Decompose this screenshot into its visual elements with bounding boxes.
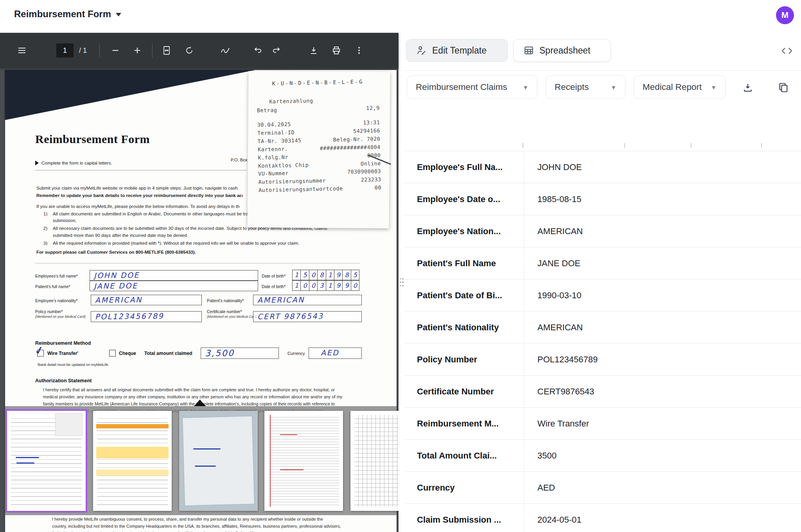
employee-name-field: JOHN DOE	[90, 270, 258, 281]
spreadsheet-button[interactable]: Spreadsheet	[513, 39, 611, 62]
download-icon[interactable]	[305, 42, 322, 59]
field-value[interactable]: AMERICAN	[524, 312, 801, 343]
zoom-out-icon[interactable]	[107, 42, 124, 59]
tab-label: Receipts	[555, 82, 589, 92]
field-value[interactable]: CERT9876543	[524, 376, 801, 407]
intro-line: Remember to update your bank details to …	[36, 193, 243, 198]
certificate-number-sublabel: (Mentioned on your Medical Card)	[207, 315, 258, 319]
form-instruction: Complete the form in capital letters.	[35, 161, 112, 165]
list-line: All the required information is provided…	[53, 241, 370, 245]
intro-line: If you are unable to access myMetLife, p…	[36, 204, 243, 209]
field-key: Claim Submission ...	[404, 504, 524, 532]
dob-digit-cell: 0	[300, 280, 309, 291]
employee-nationality-field: AMERICAN	[91, 295, 202, 305]
field-value[interactable]: 1985-08-15	[524, 183, 801, 215]
dob-digit-cell: 5	[351, 270, 359, 280]
cheque-label: Cheque	[119, 351, 136, 356]
authorization-section: Authorization Statement	[35, 378, 92, 383]
thumbnail-strip	[5, 406, 397, 515]
receipt-image: K-U-N-D-E-N-B-E-L-E-G Kartenzahlung Betr…	[248, 71, 390, 229]
table-row: Employee's Nation...AMERICAN	[404, 215, 801, 247]
zoom-in-icon[interactable]	[129, 42, 146, 59]
pdf-viewer: 1 / 1	[0, 33, 399, 532]
page-number-input[interactable]: 1	[56, 43, 74, 57]
certificate-number-field: CERT 9876543	[253, 311, 362, 322]
reimbursement-method-section: Reimbursement Method	[35, 340, 91, 346]
field-key: Patient's Date of Bi...	[404, 279, 524, 311]
copy-pages-button[interactable]	[774, 79, 792, 97]
fit-page-icon[interactable]	[158, 42, 175, 59]
chevron-down-icon	[116, 13, 121, 16]
pdf-toolbar: 1 / 1	[0, 33, 399, 68]
wire-transfer-label: Wire Transfer'	[47, 351, 78, 356]
panel-resize-handle[interactable]	[399, 270, 404, 295]
annotate-pen-icon[interactable]	[217, 42, 234, 59]
field-value[interactable]: POL123456789	[524, 344, 801, 375]
field-key: Employee's Nation...	[404, 215, 524, 247]
support-line: For support please call Customer Service…	[36, 250, 354, 254]
dob-digit-cell: 0	[309, 270, 318, 280]
rotate-icon[interactable]	[181, 42, 198, 59]
edit-template-button[interactable]: Edit Template	[406, 39, 508, 62]
code-view-button[interactable]	[778, 44, 796, 58]
table-row: Patient's NationalityAMERICAN	[404, 312, 801, 344]
table-row: Patient's Full NameJANE DOE	[404, 247, 801, 279]
bank-detail-footnote: 'Bank detail must be updated on myMetLif…	[37, 362, 108, 367]
photo-background	[5, 70, 255, 120]
extraction-panel: Edit Template Spreadsheet Reimbursement …	[404, 30, 801, 532]
spreadsheet-label: Spreadsheet	[539, 45, 590, 56]
undo-icon[interactable]	[249, 42, 266, 59]
field-key: Patient's Full Name	[404, 247, 524, 279]
redo-icon[interactable]	[268, 42, 286, 59]
dob-digit-cell: 8	[317, 270, 326, 280]
table-row: Patient's Date of Bi...1990-03-10	[404, 279, 801, 312]
triangle-bullet-icon	[35, 161, 39, 165]
print-icon[interactable]	[328, 42, 345, 59]
field-key: Employee's Date o...	[404, 183, 524, 215]
dob-digit-cell: 9	[334, 280, 343, 291]
field-key: Policy Number	[404, 344, 524, 375]
page-title: Reimbursement Form	[14, 9, 111, 20]
page-thumbnail-5[interactable]	[350, 411, 399, 511]
divider	[35, 170, 246, 170]
tab-label: Reimbursement Claims	[416, 82, 507, 92]
consent-line: I hereby provide MetLife unambiguous con…	[52, 517, 397, 521]
field-value[interactable]: AMERICAN	[524, 215, 801, 247]
column-ruler	[404, 142, 801, 149]
field-value[interactable]: JANE DOE	[524, 247, 801, 279]
form-title: Reimbursement Form	[35, 133, 150, 146]
tab-receipts[interactable]: Receipts ▼	[546, 75, 625, 99]
field-value[interactable]: 3500	[524, 440, 801, 471]
field-value[interactable]: AED	[524, 472, 801, 503]
receipt-type: Kartenzahlung	[269, 96, 379, 105]
field-value[interactable]: 2024-05-01	[524, 504, 801, 532]
patient-nationality-field: AMERICAN	[253, 295, 362, 305]
more-options-icon[interactable]	[350, 42, 368, 59]
field-key: Total Amount Clai...	[404, 440, 524, 471]
field-key: Certificate Number	[404, 376, 524, 407]
dob-digit-cell: 1	[326, 270, 334, 280]
tab-medical-report[interactable]: Medical Report ▼	[634, 75, 726, 99]
page-thumbnail-1[interactable]	[7, 411, 86, 511]
menu-icon[interactable]	[13, 42, 31, 59]
receipt-rows: Betrag12,930.04.202513:31Terminal-ID5429…	[257, 104, 382, 195]
list-line: submitted more than 90 days after the in…	[53, 233, 370, 238]
dob-digit-cell: 9	[334, 270, 343, 280]
tab-reimbursement-claims[interactable]: Reimbursement Claims ▼	[407, 75, 537, 99]
field-value[interactable]: Wire Transfer	[524, 408, 801, 439]
code-icon	[781, 46, 793, 56]
patient-nationality-label: Patient's nationality*	[207, 298, 244, 303]
page-thumbnail-2[interactable]	[93, 411, 172, 511]
export-download-button[interactable]	[739, 79, 757, 97]
document-title-menu[interactable]: Reimbursement Form	[14, 9, 121, 20]
app-root: Reimbursement Form M 1 / 1	[0, 0, 801, 532]
dob-digit-cell: 1	[292, 280, 301, 291]
field-value[interactable]: JOHN DOE	[524, 151, 801, 183]
field-value[interactable]: 1990-03-10	[524, 279, 801, 311]
page-thumbnail-3[interactable]	[179, 411, 258, 511]
page-thumbnail-4[interactable]	[264, 411, 343, 511]
dob-digit-cell: 8	[342, 270, 351, 280]
copy-icon	[778, 82, 789, 93]
dob-digit-cell: 9	[342, 280, 351, 291]
user-avatar[interactable]: M	[776, 6, 794, 24]
